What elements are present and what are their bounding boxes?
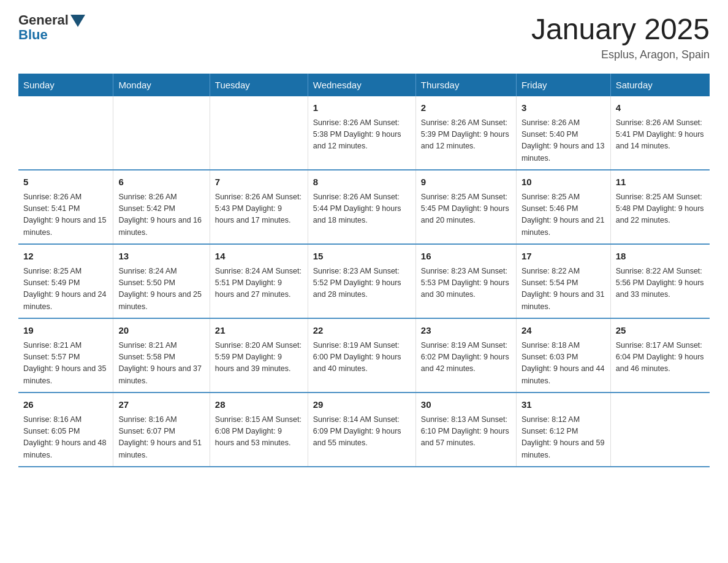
day-number: 31: [521, 398, 605, 412]
day-info: Sunrise: 8:17 AM Sunset: 6:04 PM Dayligh…: [616, 340, 705, 375]
title-block: January 2025 Esplus, Aragon, Spain: [531, 12, 710, 61]
weekday-header-monday: Monday: [113, 74, 210, 96]
calendar-cell: 9Sunrise: 8:25 AM Sunset: 5:45 PM Daylig…: [415, 170, 516, 244]
calendar-cell: 22Sunrise: 8:19 AM Sunset: 6:00 PM Dayli…: [308, 318, 415, 393]
day-info: Sunrise: 8:22 AM Sunset: 5:56 PM Dayligh…: [616, 266, 705, 301]
calendar-week-row: 26Sunrise: 8:16 AM Sunset: 6:05 PM Dayli…: [18, 393, 710, 467]
day-number: 20: [118, 324, 204, 338]
day-number: 29: [313, 398, 411, 412]
calendar-cell: [610, 393, 710, 467]
logo-blue-text: Blue: [18, 27, 85, 43]
day-number: 4: [616, 101, 705, 115]
day-number: 28: [215, 398, 303, 412]
day-number: 25: [616, 324, 705, 338]
weekday-row: SundayMondayTuesdayWednesdayThursdayFrid…: [18, 74, 710, 96]
calendar-cell: 20Sunrise: 8:21 AM Sunset: 5:58 PM Dayli…: [113, 318, 210, 393]
day-number: 10: [521, 175, 605, 190]
day-number: 26: [23, 398, 108, 412]
calendar-cell: 3Sunrise: 8:26 AM Sunset: 5:40 PM Daylig…: [516, 96, 610, 170]
day-info: Sunrise: 8:26 AM Sunset: 5:41 PM Dayligh…: [616, 117, 705, 153]
calendar-cell: 8Sunrise: 8:26 AM Sunset: 5:44 PM Daylig…: [308, 170, 415, 244]
day-info: Sunrise: 8:23 AM Sunset: 5:52 PM Dayligh…: [313, 266, 411, 301]
day-number: 12: [23, 250, 108, 264]
calendar-cell: 16Sunrise: 8:23 AM Sunset: 5:53 PM Dayli…: [415, 244, 516, 318]
day-number: 17: [521, 250, 605, 264]
day-info: Sunrise: 8:21 AM Sunset: 5:57 PM Dayligh…: [23, 340, 108, 388]
day-number: 18: [616, 250, 705, 264]
day-info: Sunrise: 8:12 AM Sunset: 6:12 PM Dayligh…: [521, 414, 605, 462]
day-info: Sunrise: 8:26 AM Sunset: 5:40 PM Dayligh…: [521, 117, 605, 165]
calendar-week-row: 1Sunrise: 8:26 AM Sunset: 5:38 PM Daylig…: [18, 96, 710, 170]
calendar-cell: [210, 96, 308, 170]
calendar-week-row: 5Sunrise: 8:26 AM Sunset: 5:41 PM Daylig…: [18, 170, 710, 244]
day-number: 3: [521, 101, 605, 115]
day-number: 15: [313, 250, 411, 264]
day-info: Sunrise: 8:19 AM Sunset: 6:02 PM Dayligh…: [421, 340, 511, 375]
calendar-cell: 7Sunrise: 8:26 AM Sunset: 5:43 PM Daylig…: [210, 170, 308, 244]
day-info: Sunrise: 8:22 AM Sunset: 5:54 PM Dayligh…: [521, 266, 605, 313]
logo-triangle-icon: [70, 15, 85, 27]
day-info: Sunrise: 8:13 AM Sunset: 6:10 PM Dayligh…: [421, 414, 511, 450]
day-number: 19: [23, 324, 108, 338]
calendar-cell: 29Sunrise: 8:14 AM Sunset: 6:09 PM Dayli…: [308, 393, 415, 467]
calendar-header: SundayMondayTuesdayWednesdayThursdayFrid…: [18, 74, 710, 96]
day-info: Sunrise: 8:24 AM Sunset: 5:51 PM Dayligh…: [215, 266, 303, 301]
calendar-subtitle: Esplus, Aragon, Spain: [531, 48, 710, 61]
calendar-cell: 5Sunrise: 8:26 AM Sunset: 5:41 PM Daylig…: [18, 170, 113, 244]
day-info: Sunrise: 8:26 AM Sunset: 5:42 PM Dayligh…: [118, 191, 204, 239]
day-number: 24: [521, 324, 605, 338]
logo-general-text: General: [18, 12, 69, 28]
calendar-cell: 2Sunrise: 8:26 AM Sunset: 5:39 PM Daylig…: [415, 96, 516, 170]
calendar-cell: 4Sunrise: 8:26 AM Sunset: 5:41 PM Daylig…: [610, 96, 710, 170]
day-number: 22: [313, 324, 411, 338]
day-info: Sunrise: 8:14 AM Sunset: 6:09 PM Dayligh…: [313, 414, 411, 450]
weekday-header-tuesday: Tuesday: [210, 74, 308, 96]
day-number: 6: [118, 175, 204, 190]
day-info: Sunrise: 8:16 AM Sunset: 6:05 PM Dayligh…: [23, 414, 108, 462]
calendar-cell: 6Sunrise: 8:26 AM Sunset: 5:42 PM Daylig…: [113, 170, 210, 244]
day-info: Sunrise: 8:21 AM Sunset: 5:58 PM Dayligh…: [118, 340, 204, 388]
day-info: Sunrise: 8:23 AM Sunset: 5:53 PM Dayligh…: [421, 266, 511, 301]
day-info: Sunrise: 8:18 AM Sunset: 6:03 PM Dayligh…: [521, 340, 605, 388]
calendar-cell: [18, 96, 113, 170]
calendar-cell: 1Sunrise: 8:26 AM Sunset: 5:38 PM Daylig…: [308, 96, 415, 170]
calendar-body: 1Sunrise: 8:26 AM Sunset: 5:38 PM Daylig…: [18, 96, 710, 467]
calendar-week-row: 12Sunrise: 8:25 AM Sunset: 5:49 PM Dayli…: [18, 244, 710, 318]
day-info: Sunrise: 8:25 AM Sunset: 5:45 PM Dayligh…: [421, 191, 511, 227]
calendar-cell: 25Sunrise: 8:17 AM Sunset: 6:04 PM Dayli…: [610, 318, 710, 393]
calendar-cell: 31Sunrise: 8:12 AM Sunset: 6:12 PM Dayli…: [516, 393, 610, 467]
calendar-cell: 27Sunrise: 8:16 AM Sunset: 6:07 PM Dayli…: [113, 393, 210, 467]
day-number: 21: [215, 324, 303, 338]
page-header: General Blue January 2025 Esplus, Aragon…: [18, 12, 710, 61]
weekday-header-wednesday: Wednesday: [308, 74, 415, 96]
day-info: Sunrise: 8:26 AM Sunset: 5:44 PM Dayligh…: [313, 191, 411, 227]
calendar-cell: 12Sunrise: 8:25 AM Sunset: 5:49 PM Dayli…: [18, 244, 113, 318]
calendar-cell: 21Sunrise: 8:20 AM Sunset: 5:59 PM Dayli…: [210, 318, 308, 393]
day-number: 13: [118, 250, 204, 264]
calendar-cell: 23Sunrise: 8:19 AM Sunset: 6:02 PM Dayli…: [415, 318, 516, 393]
day-number: 14: [215, 250, 303, 264]
logo: General Blue: [18, 12, 85, 43]
calendar-cell: 13Sunrise: 8:24 AM Sunset: 5:50 PM Dayli…: [113, 244, 210, 318]
calendar-cell: 15Sunrise: 8:23 AM Sunset: 5:52 PM Dayli…: [308, 244, 415, 318]
day-info: Sunrise: 8:26 AM Sunset: 5:38 PM Dayligh…: [313, 117, 411, 153]
day-number: 30: [421, 398, 511, 412]
day-number: 27: [118, 398, 204, 412]
day-number: 8: [313, 175, 411, 190]
calendar-cell: 17Sunrise: 8:22 AM Sunset: 5:54 PM Dayli…: [516, 244, 610, 318]
calendar-cell: 26Sunrise: 8:16 AM Sunset: 6:05 PM Dayli…: [18, 393, 113, 467]
day-info: Sunrise: 8:19 AM Sunset: 6:00 PM Dayligh…: [313, 340, 411, 375]
calendar-cell: 11Sunrise: 8:25 AM Sunset: 5:48 PM Dayli…: [610, 170, 710, 244]
weekday-header-friday: Friday: [516, 74, 610, 96]
day-number: 2: [421, 101, 511, 115]
day-info: Sunrise: 8:26 AM Sunset: 5:43 PM Dayligh…: [215, 191, 303, 227]
day-info: Sunrise: 8:16 AM Sunset: 6:07 PM Dayligh…: [118, 414, 204, 462]
day-info: Sunrise: 8:25 AM Sunset: 5:46 PM Dayligh…: [521, 191, 605, 239]
calendar-cell: 28Sunrise: 8:15 AM Sunset: 6:08 PM Dayli…: [210, 393, 308, 467]
day-number: 9: [421, 175, 511, 190]
calendar-table: SundayMondayTuesdayWednesdayThursdayFrid…: [18, 74, 710, 467]
day-info: Sunrise: 8:26 AM Sunset: 5:41 PM Dayligh…: [23, 191, 108, 239]
calendar-title: January 2025: [531, 12, 710, 46]
day-info: Sunrise: 8:20 AM Sunset: 5:59 PM Dayligh…: [215, 340, 303, 375]
weekday-header-thursday: Thursday: [415, 74, 516, 96]
